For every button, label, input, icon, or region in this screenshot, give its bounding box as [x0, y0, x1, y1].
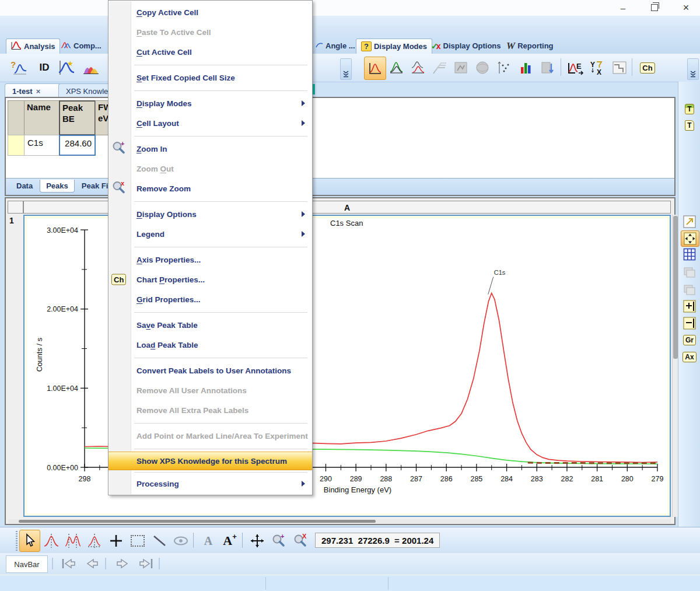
svg-text:★: ★ — [67, 60, 74, 68]
tile-text-icon[interactable]: T — [682, 102, 697, 117]
menu-item-save-peak-table[interactable]: Save Peak Table — [108, 315, 312, 335]
tab-close-icon[interactable]: × — [36, 87, 41, 96]
menu-item-legend[interactable]: Legend — [108, 224, 312, 244]
menu-item-set-fixed-copied-cell-size[interactable]: Set Fixed Copied Cell Size — [108, 68, 312, 88]
waterfall-icon[interactable] — [429, 57, 450, 79]
nav-last-icon[interactable] — [135, 555, 156, 572]
components-curve-icon — [61, 40, 71, 51]
overlay-spectra-icon[interactable] — [386, 57, 407, 79]
cell-peak-be-selected[interactable]: 284.60 — [59, 135, 96, 156]
minimize-button[interactable]: – — [613, 0, 633, 15]
menu-item-cut-active-cell[interactable]: Cut Active Cell — [108, 42, 312, 62]
zoom-col-plus-icon[interactable] — [682, 299, 697, 314]
line-tool-icon[interactable] — [149, 530, 170, 552]
horizontal-scrollbar-thumb[interactable] — [19, 520, 376, 523]
ribbon-tab-reporting[interactable]: WReporting — [502, 39, 558, 53]
toolbar-grip[interactable] — [16, 531, 18, 551]
navbar-divider — [159, 558, 160, 569]
zoom-in-magnifier-icon: + — [111, 141, 127, 158]
sphere-display-icon[interactable] — [472, 57, 493, 79]
peak-add-icon[interactable]: ★ — [56, 57, 77, 79]
svg-text:279: 279 — [652, 475, 664, 483]
peak-marker-icon[interactable] — [41, 530, 62, 552]
zoom-col-minus-icon[interactable] — [682, 316, 697, 331]
grid-view-icon[interactable] — [682, 247, 697, 262]
chart-ch-icon[interactable]: Ch — [637, 57, 658, 79]
menu-item-copy-active-cell[interactable]: Copy Active Cell — [108, 2, 312, 22]
menu-item-remove-all-extra-peak-labels: Remove All Extra Peak Labels — [108, 400, 312, 420]
text-a-icon[interactable]: A — [198, 530, 219, 552]
menu-item-convert-peak-labels-to-user-annotations[interactable]: Convert Peak Labels to User Annotations — [108, 361, 312, 380]
id-icon[interactable]: ID — [34, 57, 55, 79]
expand-view-icon[interactable] — [681, 230, 699, 247]
menu-item-display-modes[interactable]: Display Modes — [108, 93, 312, 113]
folder-t-icon[interactable]: T — [682, 118, 697, 133]
menu-item-show-xps-knowledge-for-this-spectrum[interactable]: Show XPS Knowledge for this Spectrum — [108, 452, 312, 470]
zoom-reset-tool-icon[interactable]: X — [290, 530, 311, 552]
energy-axis-icon[interactable]: E — [565, 57, 586, 79]
menu-item-processing[interactable]: Processing — [108, 474, 312, 494]
double-peak-marker-icon[interactable] — [62, 530, 83, 552]
crosshair-icon[interactable] — [106, 530, 127, 552]
vertical-scrollbar-thumb[interactable] — [673, 216, 678, 359]
quantify-icon[interactable]: ? — [8, 57, 29, 79]
row-marker-cell[interactable] — [8, 135, 24, 156]
grid-corner-cell[interactable] — [8, 201, 23, 214]
axes-ax-icon[interactable]: Ax — [682, 349, 697, 365]
nav-first-icon[interactable] — [58, 555, 79, 572]
ribbon-tab-analysis[interactable]: Analysis — [6, 39, 60, 54]
menu-item-cell-layout[interactable]: Cell Layout — [108, 113, 312, 133]
zoom-in-tool-icon[interactable]: + — [268, 530, 289, 552]
menu-item-chart-properties[interactable]: ChChart Properties... — [108, 270, 312, 289]
image-display-icon[interactable] — [450, 57, 471, 79]
graph-gr-icon[interactable]: Gr — [682, 333, 697, 348]
menu-item-zoom-out: Zoom Out — [108, 159, 312, 179]
cell-name[interactable]: C1s — [24, 135, 60, 156]
nav-prev-icon[interactable] — [82, 555, 103, 572]
marquee-select-icon[interactable] — [127, 530, 148, 552]
grid-row-header[interactable]: 1 — [9, 216, 14, 225]
annotate-info-icon[interactable] — [537, 57, 558, 79]
horizontal-scrollbar[interactable] — [8, 519, 671, 523]
restore-button[interactable] — [645, 0, 664, 15]
move-tool-icon[interactable] — [247, 530, 268, 552]
select-cursor-icon[interactable] — [19, 530, 40, 552]
scatter-display-icon[interactable] — [494, 57, 514, 79]
table-tab-peaks[interactable]: Peaks — [40, 180, 75, 193]
tile-view-icon[interactable] — [682, 264, 697, 279]
check-x-icon: ✓x — [431, 41, 441, 51]
menu-item-display-options[interactable]: Display Options — [108, 204, 312, 224]
status-divider — [388, 577, 388, 590]
single-spectrum-icon[interactable] — [364, 57, 386, 80]
yx-axis-icon[interactable]: YX — [587, 57, 608, 79]
toolbar-options-chevron-icon[interactable] — [687, 58, 699, 80]
bar-chart-icon[interactable] — [515, 57, 536, 79]
toolbar-separator — [561, 58, 561, 76]
ribbon-tab-comp[interactable]: Comp... — [56, 39, 106, 53]
step-profile-icon[interactable] — [609, 57, 630, 79]
toolbar-options-chevron-icon[interactable] — [340, 58, 352, 80]
table-tab-data[interactable]: Data — [10, 180, 38, 192]
synthetic-components-icon[interactable] — [80, 57, 102, 79]
ribbon-tab-display-options[interactable]: ✓xDisplay Options — [426, 39, 506, 53]
menu-item-grid-properties[interactable]: Grid Properties... — [108, 289, 312, 309]
ribbon-tab-angle[interactable]: Angle ... — [311, 39, 360, 53]
stacked-spectra-icon[interactable] — [407, 57, 428, 79]
column-header-name[interactable]: Name — [24, 100, 60, 135]
text-a-plus-icon[interactable]: A+ — [219, 530, 240, 552]
nav-next-icon[interactable] — [112, 555, 133, 572]
svg-text:C1s: C1s — [494, 269, 506, 276]
tile-view2-icon[interactable] — [682, 282, 697, 297]
close-button[interactable]: × — [676, 0, 696, 15]
toolbar-separator — [193, 533, 194, 548]
column-header-peak-be[interactable]: PeakBE — [59, 100, 96, 135]
menu-item-remove-zoom[interactable]: xRemove Zoom — [108, 179, 312, 198]
ribbon-tab-display-modes[interactable]: ?Display Modes — [356, 39, 432, 54]
svg-text:X: X — [597, 68, 601, 76]
menu-item-zoom-in[interactable]: +Zoom In — [108, 139, 312, 159]
navbar-divider — [105, 558, 106, 569]
menu-item-axis-properties[interactable]: Axis Properties... — [108, 250, 312, 270]
peak-baseline-icon[interactable] — [84, 530, 105, 552]
menu-item-load-peak-table[interactable]: Load Peak Table — [108, 335, 312, 355]
resize-diagonal-icon[interactable] — [682, 214, 697, 229]
